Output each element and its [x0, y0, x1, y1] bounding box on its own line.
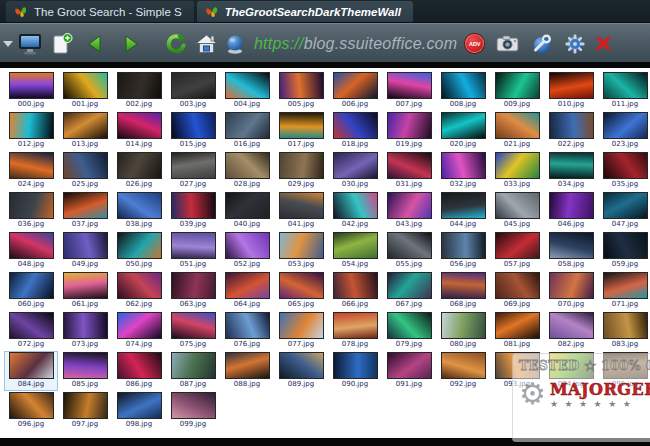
thumbnail-image[interactable] [63, 352, 108, 379]
grid-item[interactable]: 016.jpg [220, 111, 274, 151]
chevron-down-icon[interactable] [3, 41, 13, 47]
thumbnail-image[interactable] [441, 72, 486, 99]
grid-item[interactable]: 023.jpg [598, 111, 650, 151]
thumbnail-image[interactable] [9, 112, 54, 139]
grid-item[interactable]: 077.jpg [274, 311, 328, 351]
grid-item[interactable]: 067.jpg [382, 271, 436, 311]
thumbnail-image[interactable] [279, 352, 324, 379]
grid-item[interactable]: 075.jpg [166, 311, 220, 351]
grid-item[interactable]: 048.jpg [4, 231, 58, 271]
thumbnail-image[interactable] [63, 392, 108, 419]
camera-screenshot-button[interactable] [496, 35, 519, 52]
grid-item[interactable]: 053.jpg [274, 231, 328, 271]
grid-item[interactable]: 056.jpg [436, 231, 490, 271]
grid-item[interactable]: 028.jpg [220, 151, 274, 191]
grid-item[interactable]: 085.jpg [58, 351, 112, 391]
grid-item[interactable]: 047.jpg [598, 191, 650, 231]
thumbnail-image[interactable] [333, 112, 378, 139]
thumbnail-image[interactable] [549, 112, 594, 139]
grid-item[interactable]: 088.jpg [220, 351, 274, 391]
adv-badge-icon[interactable]: ADV [465, 34, 484, 53]
refresh-icon[interactable] [165, 34, 187, 54]
grid-item[interactable]: 025.jpg [58, 151, 112, 191]
thumbnail-image[interactable] [495, 112, 540, 139]
forward-button[interactable] [121, 35, 141, 53]
grid-item[interactable]: 059.jpg [598, 231, 650, 271]
thumbnail-image[interactable] [549, 272, 594, 299]
grid-item[interactable]: 031.jpg [382, 151, 436, 191]
thumbnail-image[interactable] [117, 272, 162, 299]
thumbnail-image[interactable] [9, 152, 54, 179]
grid-item[interactable]: 076.jpg [220, 311, 274, 351]
grid-item[interactable]: 080.jpg [436, 311, 490, 351]
thumbnail-image[interactable] [63, 112, 108, 139]
grid-item[interactable]: 045.jpg [490, 191, 544, 231]
grid-item[interactable]: 061.jpg [58, 271, 112, 311]
thumbnail-image[interactable] [225, 192, 270, 219]
settings-gear-button[interactable] [564, 33, 586, 55]
thumbnail-image[interactable] [495, 152, 540, 179]
grid-item[interactable]: 090.jpg [328, 351, 382, 391]
grid-item[interactable]: 091.jpg [382, 351, 436, 391]
thumbnail-image[interactable] [603, 192, 648, 219]
thumbnail-image[interactable] [387, 232, 432, 259]
thumbnail-image[interactable] [279, 272, 324, 299]
grid-item[interactable]: 054.jpg [328, 231, 382, 271]
thumbnail-image[interactable] [117, 112, 162, 139]
grid-item[interactable]: 072.jpg [4, 311, 58, 351]
grid-item[interactable]: 034.jpg [544, 151, 598, 191]
grid-item[interactable]: 036.jpg [4, 191, 58, 231]
grid-item[interactable]: 057.jpg [490, 231, 544, 271]
grid-item[interactable]: 084.jpg [4, 351, 58, 391]
thumbnail-image[interactable] [333, 152, 378, 179]
thumbnail-image[interactable] [441, 352, 486, 379]
thumbnail-image[interactable] [171, 232, 216, 259]
thumbnail-image[interactable] [171, 72, 216, 99]
thumbnail-image[interactable] [549, 152, 594, 179]
thumbnail-image[interactable] [441, 112, 486, 139]
thumbnail-image[interactable] [171, 352, 216, 379]
grid-item[interactable]: 095.jpg [598, 351, 650, 391]
thumbnail-image[interactable] [333, 312, 378, 339]
grid-item[interactable]: 079.jpg [382, 311, 436, 351]
grid-item[interactable]: 033.jpg [490, 151, 544, 191]
thumbnail-image[interactable] [441, 192, 486, 219]
thumbnail-image[interactable] [441, 312, 486, 339]
grid-item[interactable]: 002.jpg [112, 71, 166, 111]
thumbnail-image[interactable] [333, 192, 378, 219]
thumbnail-image[interactable] [279, 72, 324, 99]
thumbnail-image[interactable] [495, 232, 540, 259]
thumbnail-image[interactable] [279, 152, 324, 179]
tab-dark-theme-wall[interactable]: TheGrootSearchDarkThemeWall [197, 1, 413, 22]
grid-item[interactable]: 006.jpg [328, 71, 382, 111]
thumbnail-image[interactable] [225, 312, 270, 339]
thumbnail-image[interactable] [117, 392, 162, 419]
thumbnail-image[interactable] [333, 352, 378, 379]
grid-item[interactable]: 063.jpg [166, 271, 220, 311]
grid-item[interactable]: 043.jpg [382, 191, 436, 231]
grid-item[interactable]: 011.jpg [598, 71, 650, 111]
thumbnail-image[interactable] [495, 352, 540, 379]
thumbnail-image[interactable] [279, 192, 324, 219]
thumbnail-image[interactable] [171, 192, 216, 219]
grid-item[interactable]: 078.jpg [328, 311, 382, 351]
thumbnail-image[interactable] [225, 112, 270, 139]
new-tab-button[interactable] [51, 33, 73, 55]
grid-item[interactable]: 060.jpg [4, 271, 58, 311]
thumbnail-image[interactable] [171, 312, 216, 339]
grid-item[interactable]: 081.jpg [490, 311, 544, 351]
grid-item[interactable]: 026.jpg [112, 151, 166, 191]
thumbnail-image[interactable] [387, 272, 432, 299]
grid-item[interactable]: 005.jpg [274, 71, 328, 111]
grid-item[interactable]: 097.jpg [58, 391, 112, 431]
grid-item[interactable]: 012.jpg [4, 111, 58, 151]
grid-item[interactable]: 019.jpg [382, 111, 436, 151]
thumbnail-image[interactable] [387, 192, 432, 219]
thumbnail-image[interactable] [387, 112, 432, 139]
thumbnail-image[interactable] [63, 192, 108, 219]
thumbnail-image[interactable] [549, 72, 594, 99]
grid-item[interactable]: 007.jpg [382, 71, 436, 111]
grid-item[interactable]: 020.jpg [436, 111, 490, 151]
thumbnail-image[interactable] [549, 312, 594, 339]
grid-item[interactable]: 092.jpg [436, 351, 490, 391]
